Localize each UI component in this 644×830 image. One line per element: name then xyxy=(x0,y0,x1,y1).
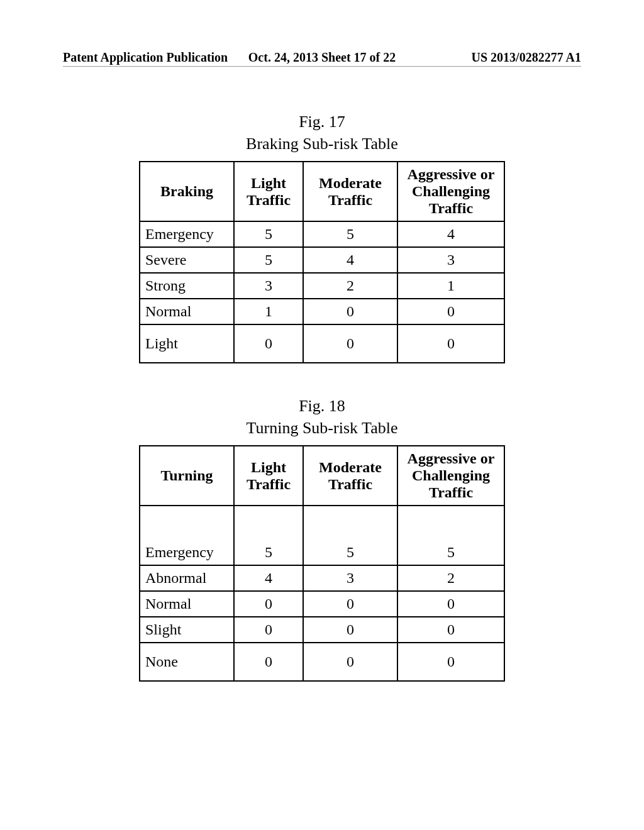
col-header-aggressive: Aggressive or Challenging Traffic xyxy=(397,162,504,221)
figure-17-title: Braking Sub-risk Table xyxy=(246,135,398,153)
row-label: Normal xyxy=(140,591,234,617)
table-row: None 0 0 0 xyxy=(140,643,504,681)
cell: 5 xyxy=(234,221,303,247)
cell: 1 xyxy=(397,273,504,299)
table-row: Severe 5 4 3 xyxy=(140,247,504,273)
cell: 0 xyxy=(397,643,504,681)
row-label: Normal xyxy=(140,299,234,324)
table-row: Normal 0 0 0 xyxy=(140,591,504,617)
table-row: Normal 1 0 0 xyxy=(140,299,504,324)
figure-18-caption: Fig. 18 Turning Sub-risk Table xyxy=(63,395,581,439)
cell: 3 xyxy=(303,565,397,591)
col-header-light: Light Traffic xyxy=(234,162,303,221)
cell: 0 xyxy=(303,643,397,681)
cell: 0 xyxy=(397,617,504,643)
turning-table: Turning Light Traffic Moderate Traffic A… xyxy=(139,445,505,682)
cell: 0 xyxy=(397,591,504,617)
col-header-moderate: Moderate Traffic xyxy=(303,162,397,221)
header-right: US 2013/0282277 A1 xyxy=(408,50,581,65)
figure-17: Fig. 17 Braking Sub-risk Table Braking L… xyxy=(63,111,581,363)
col-header-braking: Braking xyxy=(140,162,234,221)
cell: 0 xyxy=(234,324,303,363)
table-row: Strong 3 2 1 xyxy=(140,273,504,299)
figure-17-caption: Fig. 17 Braking Sub-risk Table xyxy=(63,111,581,155)
row-label: Strong xyxy=(140,273,234,299)
col-header-turning: Turning xyxy=(140,446,234,506)
figure-18-title: Turning Sub-risk Table xyxy=(247,419,398,437)
table-row: Abnormal 4 3 2 xyxy=(140,565,504,591)
cell: 0 xyxy=(397,324,504,363)
cell: 0 xyxy=(303,591,397,617)
page-header: Patent Application Publication Oct. 24, … xyxy=(63,50,581,67)
cell: 5 xyxy=(397,506,504,565)
row-label: Emergency xyxy=(140,506,234,565)
row-label: Emergency xyxy=(140,221,234,247)
col-header-aggressive: Aggressive or Challenging Traffic xyxy=(397,446,504,506)
row-label: Slight xyxy=(140,617,234,643)
header-center: Oct. 24, 2013 Sheet 17 of 22 xyxy=(236,50,409,65)
row-label: Light xyxy=(140,324,234,363)
cell: 5 xyxy=(234,247,303,273)
table-header-row: Braking Light Traffic Moderate Traffic A… xyxy=(140,162,504,221)
col-header-light: Light Traffic xyxy=(234,446,303,506)
table-row: Emergency 5 5 4 xyxy=(140,221,504,247)
cell: 4 xyxy=(397,221,504,247)
figure-18-label: Fig. 18 xyxy=(299,397,345,415)
row-label: Severe xyxy=(140,247,234,273)
table-row: Light 0 0 0 xyxy=(140,324,504,363)
row-label: Abnormal xyxy=(140,565,234,591)
cell: 5 xyxy=(303,506,397,565)
cell: 0 xyxy=(234,591,303,617)
cell: 4 xyxy=(303,247,397,273)
table-row: Slight 0 0 0 xyxy=(140,617,504,643)
header-left: Patent Application Publication xyxy=(63,50,236,65)
cell: 2 xyxy=(397,565,504,591)
cell: 0 xyxy=(303,324,397,363)
cell: 0 xyxy=(234,617,303,643)
figure-17-label: Fig. 17 xyxy=(299,113,345,131)
cell: 5 xyxy=(303,221,397,247)
cell: 5 xyxy=(234,506,303,565)
col-header-moderate: Moderate Traffic xyxy=(303,446,397,506)
cell: 0 xyxy=(303,617,397,643)
cell: 2 xyxy=(303,273,397,299)
table-row: Emergency 5 5 5 xyxy=(140,506,504,565)
cell: 3 xyxy=(397,247,504,273)
patent-page: Patent Application Publication Oct. 24, … xyxy=(0,0,644,830)
table-header-row: Turning Light Traffic Moderate Traffic A… xyxy=(140,446,504,506)
row-label: None xyxy=(140,643,234,681)
braking-table: Braking Light Traffic Moderate Traffic A… xyxy=(139,161,505,363)
cell: 3 xyxy=(234,273,303,299)
cell: 0 xyxy=(397,299,504,324)
figure-18: Fig. 18 Turning Sub-risk Table Turning L… xyxy=(63,395,581,682)
cell: 1 xyxy=(234,299,303,324)
cell: 0 xyxy=(234,643,303,681)
cell: 0 xyxy=(303,299,397,324)
cell: 4 xyxy=(234,565,303,591)
